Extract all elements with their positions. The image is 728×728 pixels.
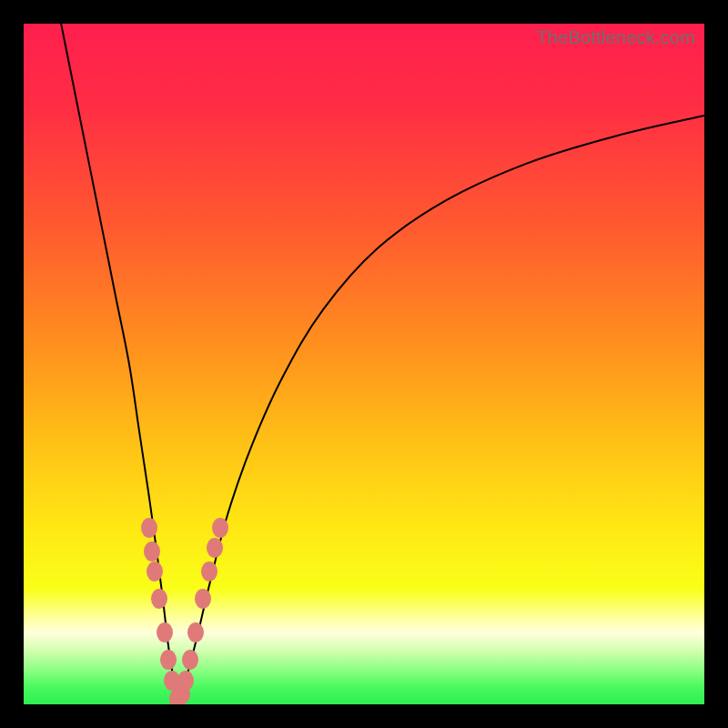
watermark-text: TheBottleneck.com [536, 27, 695, 48]
plot-area: TheBottleneck.com [24, 24, 704, 704]
data-marker [177, 671, 194, 691]
curve-right-branch [178, 116, 704, 704]
data-marker [141, 518, 157, 538]
data-marker [212, 518, 228, 538]
chart-container: TheBottleneck.com [0, 0, 728, 728]
data-marker [144, 541, 160, 561]
data-marker [151, 589, 167, 609]
curve-layer [24, 24, 704, 704]
